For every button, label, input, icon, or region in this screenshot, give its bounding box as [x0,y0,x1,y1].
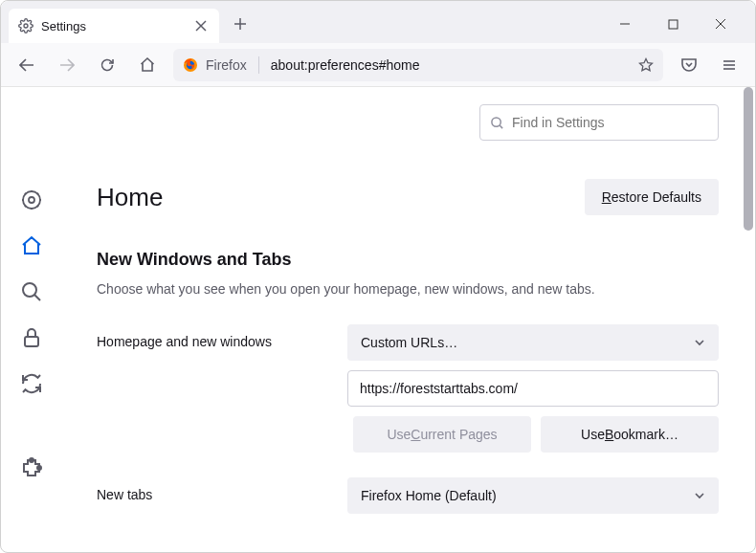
firefox-icon [183,57,198,73]
svg-point-0 [24,24,28,28]
close-icon[interactable] [192,17,210,34]
svg-line-17 [34,295,40,300]
newtabs-label: New tabs [97,477,347,502]
homepage-select-value: Custom URLs… [361,335,457,350]
scrollbar[interactable] [744,87,753,552]
homepage-select[interactable]: Custom URLs… [347,324,719,361]
use-bookmark-button[interactable]: Use Bookmark… [541,416,719,453]
sidebar-search-icon[interactable] [19,279,44,304]
back-button[interactable] [12,51,41,79]
window-close-button[interactable] [703,7,738,41]
section-description: Choose what you see when you open your h… [97,279,719,299]
homepage-url-input[interactable] [347,370,719,407]
firefox-window: Settings Firefox about:preferences#home [0,0,756,553]
svg-line-22 [500,125,502,128]
chevron-down-icon [694,337,705,348]
newtabs-row: New tabs Firefox Home (Default) [97,477,719,514]
restore-defaults-button[interactable]: Restore Defaults [585,179,719,215]
chevron-down-icon [694,490,705,501]
url-bar[interactable]: Firefox about:preferences#home [173,49,663,81]
settings-content: Home Restore Defaults New Windows and Ta… [1,87,755,552]
section-title: New Windows and Tabs [97,250,719,270]
home-button[interactable] [133,51,162,79]
settings-main: Home Restore Defaults New Windows and Ta… [62,87,755,552]
maximize-button[interactable] [656,7,690,41]
urlbar-divider [258,56,259,74]
gear-icon [18,18,33,33]
sidebar-general-icon[interactable] [19,188,44,212]
app-menu-button[interactable] [715,51,744,79]
homepage-label: Homepage and new windows [97,324,347,349]
settings-sidebar [1,87,62,552]
sidebar-home-icon[interactable] [19,233,44,258]
svg-point-16 [23,283,36,297]
browser-tab[interactable]: Settings [9,9,219,43]
bookmark-star-icon[interactable] [638,57,654,73]
sidebar-sync-icon[interactable] [19,371,44,396]
new-tab-button[interactable] [227,11,254,37]
forward-button[interactable] [53,51,81,79]
page-title: Home [97,183,163,212]
svg-rect-18 [25,337,38,346]
sidebar-privacy-icon[interactable] [19,325,44,350]
titlebar: Settings [1,1,755,43]
tab-title: Settings [41,19,185,33]
svg-point-15 [23,191,40,209]
pocket-button[interactable] [675,51,703,79]
minimize-button[interactable] [608,7,642,41]
search-icon [490,116,504,130]
find-in-settings[interactable] [479,104,719,141]
newtabs-select-value: Firefox Home (Default) [361,488,497,503]
newtabs-select[interactable]: Firefox Home (Default) [347,477,719,514]
navigation-toolbar: Firefox about:preferences#home [1,43,755,87]
use-current-pages-button[interactable]: Use Current Pages [353,416,531,453]
reload-button[interactable] [93,51,122,79]
find-input[interactable] [512,115,708,130]
svg-point-21 [492,117,500,125]
svg-rect-6 [669,20,678,29]
homepage-row: Homepage and new windows Custom URLs… Us… [97,324,719,453]
sidebar-extensions-icon[interactable] [19,455,44,480]
window-controls [608,7,747,41]
urlbar-identity: Firefox [206,57,247,73]
scrollbar-thumb[interactable] [744,87,753,231]
urlbar-text: about:preferences#home [271,57,420,73]
svg-point-14 [29,197,34,203]
